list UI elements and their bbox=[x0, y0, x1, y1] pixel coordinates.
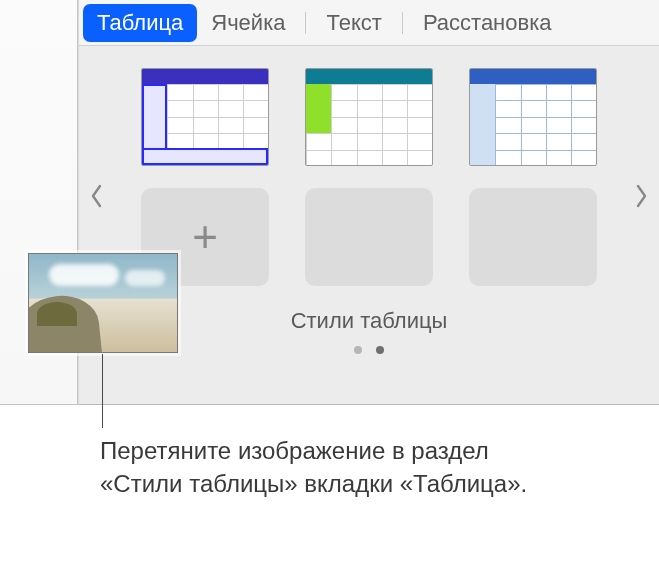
tab-table[interactable]: Таблица bbox=[83, 4, 197, 42]
table-style-thumb[interactable] bbox=[469, 68, 597, 166]
styles-prev-button[interactable] bbox=[85, 176, 109, 216]
plus-icon: + bbox=[192, 212, 218, 262]
tab-cell[interactable]: Ячейка bbox=[197, 4, 299, 42]
empty-style-slot[interactable] bbox=[469, 188, 597, 286]
tab-bar: Таблица Ячейка Текст Расстановка bbox=[79, 0, 659, 46]
callout-leader-line bbox=[102, 354, 103, 428]
styles-label: Стили таблицы bbox=[119, 308, 619, 334]
styles-pager bbox=[119, 340, 619, 358]
tab-separator bbox=[402, 12, 403, 34]
callout-caption: Перетяните изображение в раздел «Стили т… bbox=[100, 434, 540, 500]
chevron-left-icon bbox=[89, 184, 105, 208]
table-style-thumb[interactable] bbox=[141, 68, 269, 166]
table-style-thumb[interactable] bbox=[305, 68, 433, 166]
style-row-1 bbox=[141, 68, 597, 166]
styles-next-button[interactable] bbox=[629, 176, 653, 216]
style-row-2: + bbox=[141, 188, 597, 286]
tab-text[interactable]: Текст bbox=[312, 4, 395, 42]
pager-dot[interactable] bbox=[376, 346, 384, 354]
pager-dot[interactable] bbox=[354, 346, 362, 354]
tab-arrange[interactable]: Расстановка bbox=[409, 4, 566, 42]
empty-style-slot[interactable] bbox=[305, 188, 433, 286]
dragged-image-thumbnail[interactable] bbox=[28, 253, 178, 353]
tab-separator bbox=[305, 12, 306, 34]
chevron-right-icon bbox=[633, 184, 649, 208]
